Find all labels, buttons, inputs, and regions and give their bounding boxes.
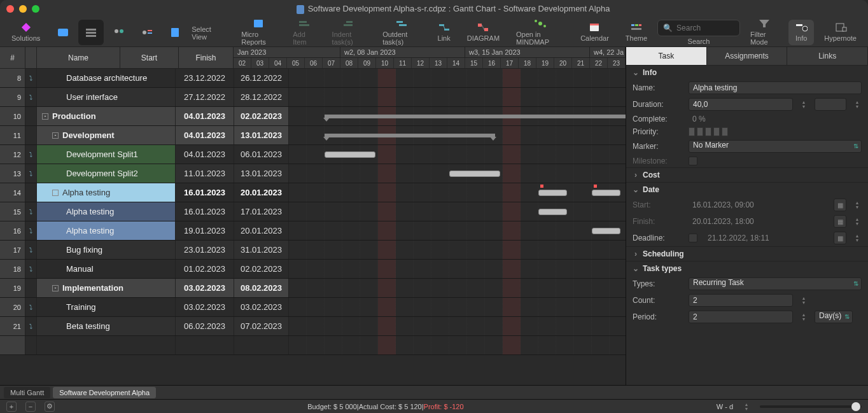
slider-knob[interactable] [851, 402, 860, 411]
diagram-button[interactable]: DIAGRAM [461, 20, 506, 45]
finish-cell[interactable]: 02.02.2023 [234, 260, 289, 278]
task-name-cell[interactable]: Manual [37, 260, 176, 278]
timeline-cell[interactable] [289, 336, 626, 354]
timeline-cell[interactable] [289, 145, 626, 164]
finish-cell[interactable]: 28.12.2022 [234, 88, 289, 106]
milestone-checkbox[interactable] [689, 157, 697, 165]
minimize-icon[interactable] [19, 5, 27, 13]
collapse-toggle[interactable]: - [52, 285, 59, 291]
tab-multi-gantt[interactable]: Multi Gantt [4, 387, 50, 398]
start-cell[interactable]: 04.01.2023 [176, 126, 234, 144]
start-stepper[interactable]: ▲▼ [853, 200, 862, 209]
summary-bar[interactable] [325, 134, 495, 137]
timeline-cell[interactable] [289, 164, 626, 183]
col-name[interactable]: Name [37, 47, 120, 69]
start-cell[interactable]: 19.01.2023 [176, 221, 234, 240]
tab-project[interactable]: Software Development Alpha [53, 387, 156, 398]
indent-button[interactable]: Indent task(s) [326, 20, 373, 45]
task-name-cell[interactable]: Training [37, 298, 176, 316]
task-name-cell[interactable]: Beta testing [37, 317, 176, 335]
start-cell[interactable]: 04.01.2023 [176, 145, 234, 164]
filter-mode-button[interactable]: Filter Mode [744, 20, 785, 45]
task-row[interactable]: 12⤵Development Split104.01.202306.01.202… [0, 145, 626, 164]
col-num[interactable]: # [0, 47, 25, 69]
task-name-cell[interactable]: Development Split1 [37, 145, 176, 164]
finish-cell[interactable]: 07.02.2023 [234, 317, 289, 335]
finish-cell[interactable]: 20.01.2023 [234, 183, 289, 202]
view-doc-button[interactable] [162, 20, 188, 45]
timeline-cell[interactable] [289, 183, 626, 202]
zoom-stepper[interactable]: ▲▼ [742, 402, 751, 411]
view-card-button[interactable] [50, 20, 76, 45]
deadline-stepper[interactable]: ▲▼ [853, 234, 862, 242]
collapse-toggle[interactable]: - [42, 113, 48, 120]
gear-icon[interactable]: ⚙ [45, 402, 55, 412]
start-cell[interactable]: 04.01.2023 [176, 107, 234, 125]
tab-links[interactable]: Links [787, 47, 868, 65]
zoom-slider[interactable] [760, 405, 862, 408]
collapse-toggle[interactable]: - [52, 190, 59, 196]
finish-stepper[interactable]: ▲▼ [853, 217, 862, 226]
start-cell[interactable]: 06.02.2023 [176, 317, 234, 335]
task-name-cell[interactable] [37, 336, 176, 354]
section-scheduling[interactable]: ›Scheduling [626, 246, 868, 261]
timeline-cell[interactable] [289, 126, 626, 144]
timeline-cell[interactable] [289, 202, 626, 221]
gantt-bar[interactable] [538, 190, 567, 196]
period-stepper[interactable]: ▲▼ [799, 312, 808, 321]
outdent-button[interactable]: Outdent task(s) [376, 20, 427, 45]
task-row[interactable]: 16⤵Alpha testing19.01.202320.01.2023 [0, 221, 626, 241]
gantt-bar[interactable] [538, 209, 567, 215]
deadline-checkbox[interactable] [689, 234, 697, 242]
search-input[interactable]: 🔍 [657, 20, 740, 36]
timeline-cell[interactable] [289, 69, 626, 87]
finish-cell[interactable]: 20.01.2023 [234, 221, 289, 240]
date-picker-icon[interactable]: ▦ [834, 199, 846, 211]
micro-reports-button[interactable]: Micro Reports [235, 20, 283, 45]
duration-field[interactable] [689, 98, 793, 111]
task-row[interactable]: 15⤵Alpha testing16.01.202317.01.2023 [0, 202, 626, 221]
task-row[interactable]: 17⤵Bug fixing23.01.202331.01.2023 [0, 241, 626, 260]
start-cell[interactable]: 01.02.2023 [176, 260, 234, 278]
view-list-button[interactable] [78, 20, 104, 45]
add-item-button[interactable]: Add Item [286, 20, 321, 45]
mindmap-button[interactable]: Open in MINDMAP [510, 20, 570, 45]
col-finish[interactable]: Finish [179, 47, 234, 69]
task-name-cell[interactable]: Alpha testing [37, 202, 176, 221]
theme-button[interactable]: Theme [619, 20, 654, 45]
finish-cell[interactable]: 13.01.2023 [234, 126, 289, 144]
task-row[interactable]: 14-Alpha testing16.01.202320.01.2023 [0, 183, 626, 202]
task-row[interactable]: 20⤵Training03.02.202303.02.2023 [0, 298, 626, 317]
finish-cell[interactable]: 13.01.2023 [234, 164, 289, 183]
task-row[interactable] [0, 336, 626, 355]
task-name-cell[interactable]: Development Split2 [37, 164, 176, 183]
start-cell[interactable] [176, 336, 234, 354]
gantt-bar[interactable] [449, 171, 500, 177]
date-picker-icon[interactable]: ▦ [834, 232, 846, 244]
start-cell[interactable]: 16.01.2023 [176, 183, 234, 202]
task-row[interactable]: 18⤵Manual01.02.202302.02.2023 [0, 260, 626, 279]
gantt-bar[interactable] [592, 228, 620, 234]
finish-cell[interactable]: 31.01.2023 [234, 241, 289, 259]
finish-cell[interactable]: 03.02.2023 [234, 298, 289, 316]
marker-select[interactable]: No Marker⇅ [689, 140, 862, 153]
task-name-cell[interactable]: -Development [37, 126, 176, 144]
period-field[interactable] [689, 311, 793, 323]
count-stepper[interactable]: ▲▼ [799, 296, 808, 305]
finish-cell[interactable]: 08.02.2023 [234, 279, 289, 297]
timeline-cell[interactable] [289, 221, 626, 240]
priority-picker[interactable] [689, 127, 728, 136]
task-row[interactable]: 21⤵Beta testing06.02.202307.02.2023 [0, 317, 626, 336]
finish-cell[interactable]: 02.02.2023 [234, 107, 289, 125]
summary-bar[interactable] [325, 115, 626, 118]
task-row[interactable]: 11-Development04.01.202313.01.2023 [0, 126, 626, 145]
task-name-cell[interactable]: Database architecture [37, 69, 176, 87]
duration-unit[interactable] [815, 98, 846, 111]
view-resource-button[interactable] [134, 20, 160, 45]
link-button[interactable]: Link [431, 20, 457, 45]
timeline-cell[interactable] [289, 260, 626, 278]
finish-cell[interactable]: 06.01.2023 [234, 145, 289, 164]
start-cell[interactable]: 03.02.2023 [176, 279, 234, 297]
finish-cell[interactable]: 26.12.2022 [234, 69, 289, 87]
task-name-cell[interactable]: Bug fixing [37, 241, 176, 259]
